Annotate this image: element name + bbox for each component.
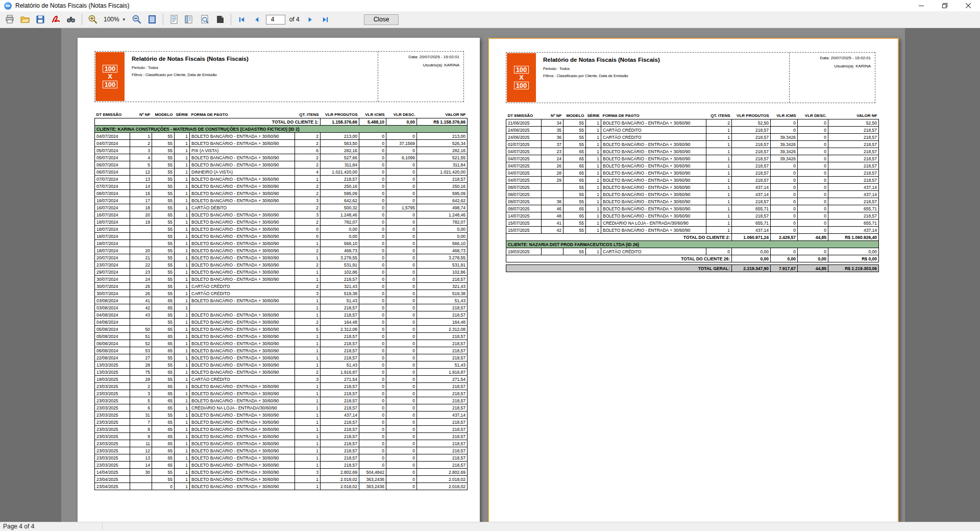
cell: 55 <box>564 184 586 191</box>
cell: 24 <box>542 155 564 162</box>
last-page-button[interactable] <box>319 13 332 26</box>
export-pdf-button[interactable] <box>49 13 62 26</box>
cell: 1 <box>175 219 190 226</box>
maximize-button[interactable] <box>933 0 957 11</box>
cell: 0 <box>386 354 417 361</box>
close-window-button[interactable] <box>957 0 980 11</box>
cell: 52,50 <box>732 119 771 127</box>
cell: 363,2436 <box>359 483 386 490</box>
zoom-out-button[interactable] <box>130 13 143 26</box>
cell: 0 <box>386 254 417 261</box>
report-title: Relatório de Notas Fiscais (Notas Fiscai… <box>543 57 783 63</box>
cell: 1 <box>295 426 321 433</box>
report-header: 100 X 100 Relatório de Notas Fiscais (No… <box>506 52 875 103</box>
cell: 07/07/2024 <box>95 176 130 183</box>
cell: 782,07 <box>321 219 359 226</box>
table-row: 23/03/20259651BOLETO BANCÁRIO - ENTRADA … <box>95 433 468 440</box>
cell: 1 <box>175 161 190 168</box>
cell: 55 <box>152 226 175 233</box>
report-info-box: Data: 20/07/2025 - 15:02:01 Usuário(a): … <box>789 53 875 103</box>
minimize-button[interactable] <box>910 0 933 11</box>
cell: 1 <box>175 476 190 483</box>
cell: 6,1099 <box>386 154 417 161</box>
cell: BOLETO BANCÁRIO - ENTRADA + 30/60/90 <box>190 462 295 469</box>
cell: BOLETO BANCÁRIO - ENTRADA + 30/60/90 <box>601 191 706 198</box>
cell: 30/07/2024 <box>95 276 130 283</box>
cell: 0 <box>386 233 417 240</box>
report-user: Usuário(a): KARINA <box>794 64 871 68</box>
page-view-button[interactable] <box>167 13 181 26</box>
cell: 65 <box>152 426 175 433</box>
cell: 1 <box>175 397 190 404</box>
table-row: 23/03/202512651BOLETO BANCÁRIO - ENTRADA… <box>95 447 468 454</box>
column-header: Nº NF <box>542 112 564 119</box>
cell: 23/03/2025 <box>95 390 130 397</box>
cell: 14/04/2025 <box>95 469 130 476</box>
table-row: 29/07/202423551BOLETO BANCÁRIO - ENTRADA… <box>95 269 468 276</box>
pdf-icon <box>51 14 61 25</box>
cell: BOLETO BANCÁRIO - ENTRADA + 30/60/90 <box>601 227 706 234</box>
cell: 23/03/2025 <box>95 426 130 433</box>
close-button[interactable]: Close <box>364 14 399 25</box>
cell: 65 <box>152 419 175 426</box>
page-setup-button[interactable] <box>213 13 227 26</box>
cell: 0 <box>359 204 386 211</box>
table-row: 18/07/202420551BOLETO BANCÁRIO - ENTRADA… <box>95 247 468 254</box>
cell: 06/08/2024 <box>95 340 130 347</box>
facing-pages-button[interactable] <box>183 13 196 26</box>
cell: 0 <box>798 155 828 162</box>
zoom-in-button[interactable] <box>86 13 100 26</box>
fit-whole-page-button[interactable] <box>145 13 159 26</box>
table-row: 04/07/202524651BOLETO BANCÁRIO - ENTRADA… <box>506 155 879 162</box>
page-zoom-button[interactable] <box>198 13 211 26</box>
previous-page-button[interactable] <box>251 13 264 26</box>
table-row: 23/03/202514651BOLETO BANCÁRIO - ENTRADA… <box>95 462 468 469</box>
cell: 55 <box>152 412 175 419</box>
first-page-button[interactable] <box>235 13 249 26</box>
cell: 0 <box>359 361 386 369</box>
zoom-level-dropdown[interactable]: 100%▼ <box>102 13 128 26</box>
total-label: TOTAL DO CLIENTE 26: <box>506 255 732 262</box>
cell: CRÉDIÁRIO NA LOJA - ENTRADA/30/60/90 <box>190 404 295 412</box>
cell: 0 <box>798 205 828 212</box>
cell: 1 <box>706 127 732 134</box>
cell: 18/07/2024 <box>95 240 130 247</box>
next-page-icon <box>306 16 314 23</box>
report-header: 100 X 100 Relatório de Notas Fiscais (No… <box>94 51 464 102</box>
total-value: R$ 2.219.303,06 <box>828 265 879 272</box>
print-button[interactable] <box>3 13 16 26</box>
last-page-icon <box>322 16 329 23</box>
save-button[interactable] <box>34 13 47 26</box>
cell: BOLETO BANCÁRIO - ENTRADA + 30/60/90 <box>190 347 295 354</box>
cell: 437,14 <box>417 412 468 419</box>
next-page-button[interactable] <box>304 13 317 26</box>
table-row: 04/08/202443651BOLETO BANCÁRIO - ENTRADA… <box>95 311 468 319</box>
table-row: 04/07/202523651BOLETO BANCÁRIO - ENTRADA… <box>506 148 879 155</box>
cell: 1 <box>175 369 190 376</box>
cell: 23/03/2025 <box>95 383 130 390</box>
cell: 65 <box>152 383 175 390</box>
cell: 23/03/2025 <box>95 454 130 462</box>
cell: 527,66 <box>321 154 359 161</box>
cell: 19/03/2025 <box>506 248 542 255</box>
cell: 1 <box>295 333 321 340</box>
cell: 0 <box>359 447 386 454</box>
cell: 1 <box>175 147 190 154</box>
table-row: 13/03/202528551BOLETO BANCÁRIO - ENTRADA… <box>95 361 468 369</box>
cell: 1 <box>295 397 321 404</box>
cell: 25 <box>130 283 152 290</box>
cell: 1 <box>175 383 190 390</box>
cell: 1 <box>175 361 190 369</box>
cell: 311,84 <box>321 161 359 168</box>
cell: 2.312,08 <box>417 326 468 333</box>
cell: 1 <box>175 311 190 319</box>
cell: 1 <box>706 227 732 234</box>
cell: 0 <box>771 191 798 198</box>
find-button[interactable] <box>64 13 78 26</box>
page-number-input[interactable] <box>266 15 285 25</box>
cell: 41 <box>130 297 152 304</box>
cell: 1 <box>706 141 732 148</box>
cell: 2.018,02 <box>417 483 468 490</box>
open-button[interactable] <box>18 13 32 26</box>
cell: 65 <box>152 447 175 454</box>
